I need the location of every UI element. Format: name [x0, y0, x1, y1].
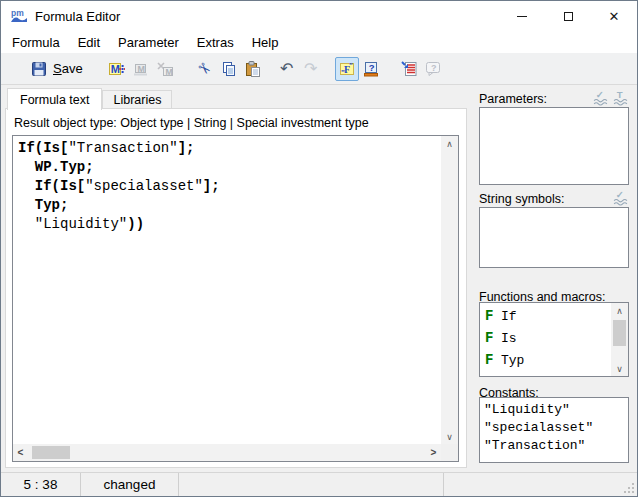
- menu-formula[interactable]: Formula: [3, 33, 69, 52]
- scroll-right-icon[interactable]: >: [426, 444, 441, 461]
- function-list-item[interactable]: F Typ: [480, 349, 611, 371]
- copy-icon: [221, 61, 237, 77]
- function-f-icon: F: [485, 308, 501, 324]
- function-name: If: [501, 309, 517, 324]
- result-object-type-text: Result object type: Object type | String…: [14, 116, 369, 130]
- menu-edit[interactable]: Edit: [69, 33, 109, 52]
- app-logo-icon: pm: [10, 8, 28, 24]
- cut-button[interactable]: ✂: [193, 57, 217, 81]
- function-list-item[interactable]: F Is: [480, 327, 611, 349]
- parameters-header: Parameters: ✓ T: [479, 86, 629, 106]
- horizontal-scroll-thumb[interactable]: [32, 446, 70, 459]
- function-list-item[interactable]: F If: [480, 305, 611, 327]
- svg-text:✓: ✓: [616, 189, 624, 200]
- scroll-left-icon[interactable]: <: [13, 444, 28, 461]
- svg-text:": ": [349, 61, 353, 70]
- scrollbar-corner: [441, 444, 458, 461]
- titlebar: pm Formula Editor ✕: [1, 1, 637, 31]
- functions-scrollbar[interactable]: ∧ ∨: [611, 303, 628, 376]
- svg-text:M: M: [165, 66, 172, 76]
- add-macro-icon: M: [109, 61, 125, 77]
- status-empty-segment: [179, 473, 444, 496]
- document-state-status: changed: [81, 473, 179, 496]
- function-name: Is: [501, 331, 517, 346]
- insert-function-quote-toggle[interactable]: F " ": [335, 57, 359, 81]
- editor-vertical-scrollbar[interactable]: ∧ ∨: [441, 136, 458, 444]
- context-help-icon: ?: [363, 61, 379, 77]
- copy-button[interactable]: [217, 57, 241, 81]
- svg-text:pm: pm: [11, 8, 24, 18]
- paste-button[interactable]: [241, 57, 265, 81]
- functions-listbox[interactable]: F If F Is F Typ F Wp: [479, 302, 629, 377]
- main-area: Formula text Libraries Result object typ…: [1, 85, 637, 472]
- formula-text-content[interactable]: If(Is["Transaction"]; WP.Typ; If(Is["spe…: [13, 136, 441, 444]
- scroll-up-icon[interactable]: ∧: [441, 136, 458, 151]
- redo-icon: ↷: [304, 61, 317, 77]
- delete-macro-icon: M: [157, 61, 173, 77]
- context-help-button[interactable]: ?: [359, 57, 383, 81]
- function-quote-icon: F " ": [339, 61, 355, 77]
- parameters-listbox[interactable]: [479, 107, 629, 185]
- close-button[interactable]: ✕: [591, 1, 637, 31]
- constants-listbox[interactable]: "Liquidity" "specialasset" "Transaction": [479, 397, 629, 463]
- cut-scissors-icon: ✂: [194, 58, 216, 80]
- scroll-down-icon[interactable]: ∨: [611, 361, 628, 376]
- formula-check-button[interactable]: [397, 57, 421, 81]
- close-icon: ✕: [609, 9, 620, 24]
- insert-parameter-icon-disabled: ✓: [592, 89, 609, 106]
- resize-grip[interactable]: [632, 491, 634, 493]
- add-macro-button[interactable]: M: [105, 57, 129, 81]
- help-button-disabled: ?: [421, 57, 445, 81]
- function-list-item[interactable]: F Wp: [480, 371, 611, 376]
- delete-macro-button-disabled: M: [153, 57, 177, 81]
- constant-list-item[interactable]: "Liquidity": [484, 401, 624, 419]
- save-button[interactable]: Save: [27, 59, 87, 79]
- string-symbols-label: String symbols:: [479, 192, 564, 206]
- redo-button-disabled: ↷: [299, 57, 323, 81]
- tab-libraries[interactable]: Libraries: [102, 90, 172, 109]
- scroll-down-icon[interactable]: ∨: [441, 429, 458, 444]
- maximize-icon: [564, 12, 573, 21]
- function-f-icon: F: [485, 374, 501, 376]
- formula-text-tabpage: Result object type: Object type | String…: [5, 108, 467, 468]
- right-panel: Parameters: ✓ T String symbols:: [478, 85, 631, 472]
- svg-text:T: T: [617, 89, 623, 100]
- insert-parameter-text-icon-disabled: T: [612, 89, 629, 106]
- svg-text:?: ?: [368, 61, 374, 72]
- save-macro-icon: M: [133, 61, 149, 77]
- formula-list-icon: [401, 61, 417, 77]
- minimize-button[interactable]: [499, 1, 545, 31]
- formula-editor-box: If(Is["Transaction"]; WP.Typ; If(Is["spe…: [12, 135, 459, 462]
- toolbar: Save M M M: [1, 53, 637, 85]
- string-symbols-listbox[interactable]: [479, 207, 629, 268]
- constant-list-item[interactable]: "specialasset": [484, 419, 624, 437]
- svg-text:M: M: [137, 63, 145, 73]
- functions-header: Functions and macros:: [479, 284, 629, 304]
- undo-button[interactable]: ↶: [275, 57, 299, 81]
- svg-text:?: ?: [431, 62, 437, 72]
- cursor-position-status: 5 : 38: [1, 473, 81, 496]
- menu-bar: Formula Edit Parameter Extras Help: [1, 31, 637, 53]
- tab-formula-text[interactable]: Formula text: [7, 88, 102, 110]
- window-title: Formula Editor: [35, 9, 120, 24]
- menu-extras[interactable]: Extras: [188, 33, 243, 52]
- menu-help[interactable]: Help: [243, 33, 288, 52]
- maximize-button[interactable]: [545, 1, 591, 31]
- editor-horizontal-scrollbar[interactable]: < >: [13, 444, 441, 461]
- insert-string-symbol-icon-disabled: ✓: [612, 189, 629, 206]
- constant-list-item[interactable]: "Transaction": [484, 437, 624, 455]
- formula-editor-window: pm Formula Editor ✕ Formula Edit Paramet…: [0, 0, 638, 497]
- svg-text:": ": [341, 67, 345, 76]
- menu-parameter[interactable]: Parameter: [109, 33, 188, 52]
- save-button-label: Save: [53, 61, 83, 76]
- minimize-icon: [517, 16, 527, 17]
- parameters-label: Parameters:: [479, 92, 547, 106]
- functions-scroll-thumb[interactable]: [613, 320, 626, 346]
- svg-text:M: M: [110, 63, 119, 75]
- window-controls: ✕: [499, 1, 637, 31]
- scroll-up-icon[interactable]: ∧: [611, 303, 628, 318]
- function-name: Wp: [501, 375, 517, 377]
- string-symbols-header: String symbols: ✓: [479, 186, 629, 206]
- function-f-icon: F: [485, 352, 501, 368]
- function-name: Typ: [501, 353, 524, 368]
